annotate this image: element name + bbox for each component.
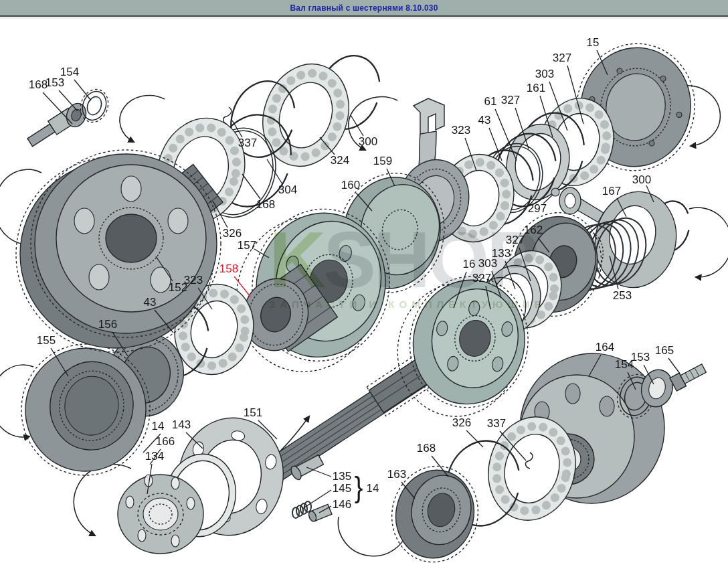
part-label-145[interactable]: 145 [333,482,351,495]
leader-line-326 [466,430,483,447]
lock-tab-337 [223,107,232,125]
bolt-165 [670,361,707,391]
part-label-326[interactable]: 326 [452,416,471,430]
page-title: Вал главный с шестернями 8.10.030 [290,3,438,13]
part-label-303[interactable]: 303 [478,257,497,270]
part-label-14[interactable]: 14 [367,482,379,495]
exploded-view-drawing [0,0,728,571]
brace-14: } [355,471,363,504]
part-label-167[interactable]: 167 [602,185,621,198]
part-label-253[interactable]: 253 [613,289,632,303]
part-label-159[interactable]: 159 [373,155,392,168]
part-label-151[interactable]: 151 [244,406,262,420]
part-label-162[interactable]: 162 [524,224,543,237]
part-label-163[interactable]: 163 [387,468,406,481]
part-label-160[interactable]: 160 [341,179,360,192]
part-label-146[interactable]: 146 [333,498,351,511]
part-label-337[interactable]: 337 [238,137,257,150]
part-label-323[interactable]: 323 [452,124,470,137]
part-label-155[interactable]: 155 [37,334,56,347]
part-label-166[interactable]: 166 [156,435,175,448]
part-label-337[interactable]: 337 [487,417,506,430]
part-label-43[interactable]: 43 [478,114,491,127]
leader-line-61 [495,109,517,161]
part-label-326[interactable]: 326 [223,227,242,240]
diagram-stage [0,0,728,571]
part-label-324[interactable]: 324 [331,154,349,167]
leader-line-43 [489,128,502,161]
title-bar: Вал главный с шестернями 8.10.030 [0,0,728,17]
part-label-300[interactable]: 300 [632,173,651,187]
part-label-323[interactable]: 323 [184,274,203,287]
part-label-43[interactable]: 43 [144,296,157,309]
part-label-327[interactable]: 327 [506,234,525,247]
leader-line-168 [242,174,260,199]
part-label-158[interactable]: 158 [219,262,238,276]
part-label-157[interactable]: 157 [238,239,256,252]
part-label-327[interactable]: 327 [553,52,571,65]
part-label-154[interactable]: 154 [60,66,79,79]
spring-145 [292,501,311,518]
leader-line-300 [351,115,363,136]
leader-line-304 [267,159,282,184]
part-label-168[interactable]: 168 [256,198,275,212]
part-label-303[interactable]: 303 [535,68,554,81]
input-shaft-assembly [25,86,112,149]
part-label-168[interactable]: 168 [417,442,436,455]
part-label-327[interactable]: 327 [472,272,491,285]
part-label-135[interactable]: 135 [333,470,351,483]
part-label-304[interactable]: 304 [278,183,297,197]
flange-134 [118,475,203,554]
part-label-143[interactable]: 143 [172,418,191,432]
part-label-153[interactable]: 153 [631,351,650,364]
leader-line-165 [668,358,680,374]
part-label-61[interactable]: 61 [484,95,497,108]
part-label-161[interactable]: 161 [527,82,545,95]
part-label-297[interactable]: 297 [528,202,547,216]
part-label-14[interactable]: 14 [152,420,165,433]
part-label-134[interactable]: 134 [145,450,164,463]
part-label-164[interactable]: 164 [596,341,614,354]
part-label-16[interactable]: 16 [463,258,476,271]
part-label-156[interactable]: 156 [98,318,117,331]
part-label-300[interactable]: 300 [359,135,377,149]
part-label-165[interactable]: 165 [655,344,674,357]
leader-line-154 [74,80,91,100]
part-label-327[interactable]: 327 [501,94,520,107]
part-label-15[interactable]: 15 [587,36,600,50]
